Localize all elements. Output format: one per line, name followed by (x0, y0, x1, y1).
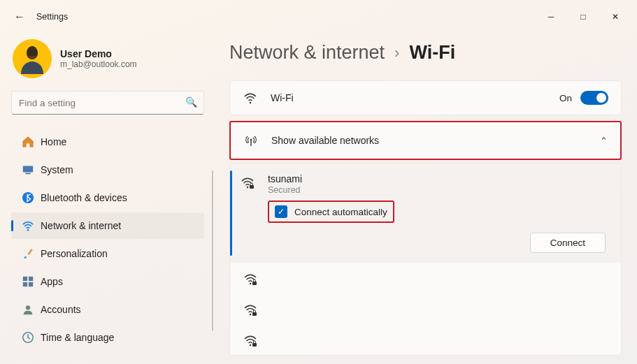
search-input[interactable] (11, 91, 204, 115)
breadcrumb: Network & internet › Wi-Fi (229, 42, 622, 64)
svg-point-20 (250, 344, 251, 346)
sidebar-item-label: Home (41, 136, 66, 147)
svg-point-13 (250, 139, 252, 141)
home-icon (18, 136, 38, 148)
user-name: User Demo (60, 48, 137, 59)
network-name: tsunami (268, 173, 302, 184)
wifi-state: On (559, 93, 572, 103)
sidebar-item-bluetooth[interactable]: Bluetooth & devices (11, 184, 204, 211)
wifi-secure-icon (243, 272, 258, 286)
sidebar-item-label: Personalization (41, 248, 108, 259)
wifi-secure-icon (243, 334, 258, 348)
sidebar-item-network[interactable]: Network & internet (11, 212, 204, 239)
bluetooth-icon (18, 191, 38, 204)
sidebar-item-system[interactable]: System (11, 156, 204, 183)
svg-point-4 (27, 229, 29, 231)
connect-auto-checkbox[interactable]: ✓ (275, 205, 287, 218)
wifi-toggle-card[interactable]: Wi-Fi On (229, 80, 622, 115)
wifi-toggle[interactable] (580, 91, 608, 105)
chevron-right-icon: › (394, 44, 399, 62)
connect-auto-label: Connect automatically (294, 207, 387, 217)
svg-rect-9 (29, 282, 33, 286)
sidebar-item-apps[interactable]: Apps (11, 268, 204, 295)
search-container: 🔍 (11, 91, 204, 115)
svg-point-12 (250, 102, 252, 104)
svg-point-3 (22, 192, 34, 203)
connect-button[interactable]: Connect (530, 233, 606, 253)
svg-point-18 (250, 314, 251, 315)
svg-rect-8 (23, 282, 27, 286)
maximize-button[interactable]: □ (567, 6, 599, 28)
user-email: m_lab@outlook.com (60, 59, 137, 69)
sidebar-item-accounts[interactable]: Accounts (11, 296, 204, 323)
personalization-icon (18, 247, 38, 260)
svg-rect-1 (23, 166, 33, 173)
chevron-up-icon: ⌃ (600, 136, 608, 146)
accounts-icon (18, 303, 38, 316)
wifi-secure-icon (240, 176, 255, 190)
antenna-icon (243, 133, 259, 147)
svg-rect-17 (252, 282, 257, 285)
minimize-button[interactable]: ─ (535, 6, 567, 28)
sidebar-item-label: Time & language (41, 332, 114, 343)
svg-rect-19 (252, 312, 257, 316)
sidebar-item-label: Network & internet (41, 220, 121, 231)
highlight-connect-auto: ✓ Connect automatically (268, 201, 394, 223)
network-security: Secured (268, 185, 302, 195)
sidebar-item-label: Accounts (41, 304, 81, 315)
time-icon (18, 331, 38, 344)
sidebar-item-time[interactable]: Time & language (11, 324, 204, 351)
svg-rect-21 (252, 343, 257, 347)
nav: Home System Bluetooth & devices Network … (11, 129, 204, 351)
page-title: Wi-Fi (409, 42, 455, 64)
show-networks-row[interactable]: Show available networks ⌃ (231, 122, 620, 159)
close-button[interactable]: ✕ (599, 6, 631, 28)
search-icon: 🔍 (185, 96, 197, 108)
wifi-icon (243, 91, 258, 105)
svg-point-14 (247, 187, 248, 188)
show-networks-label: Show available networks (271, 135, 379, 146)
sidebar-scrollbar[interactable] (212, 170, 213, 331)
svg-rect-2 (25, 173, 30, 175)
apps-icon (18, 275, 38, 288)
network-icon (18, 219, 38, 232)
network-item[interactable] (230, 324, 621, 355)
sidebar-item-personalization[interactable]: Personalization (11, 240, 204, 267)
back-button[interactable]: ← (6, 10, 34, 23)
network-item[interactable] (230, 293, 621, 324)
highlight-show-networks: Show available networks ⌃ (229, 121, 622, 160)
window-title: Settings (36, 12, 68, 22)
sidebar-item-label: System (41, 164, 73, 175)
svg-rect-6 (23, 277, 27, 281)
network-item-selected[interactable]: tsunami Secured ✓ Connect automatically … (230, 163, 621, 263)
sidebar-item-label: Apps (41, 276, 63, 287)
avatar (13, 39, 52, 78)
sidebar-item-label: Bluetooth & devices (41, 192, 127, 203)
wifi-secure-icon (243, 303, 258, 317)
wifi-card-title: Wi-Fi (271, 92, 294, 103)
svg-point-16 (250, 283, 251, 284)
svg-rect-7 (29, 277, 33, 281)
network-item[interactable] (230, 263, 621, 293)
svg-point-10 (26, 305, 30, 310)
networks-list: tsunami Secured ✓ Connect automatically … (229, 163, 622, 356)
sidebar-item-home[interactable]: Home (11, 129, 204, 155)
svg-rect-5 (27, 249, 32, 255)
user-profile[interactable]: User Demo m_lab@outlook.com (13, 39, 204, 78)
system-icon (18, 163, 38, 176)
svg-rect-15 (250, 185, 254, 189)
breadcrumb-parent[interactable]: Network & internet (229, 42, 385, 64)
content-panel: Network & internet › Wi-Fi Wi-Fi On Show… (215, 34, 637, 364)
titlebar: ← Settings ─ □ ✕ (0, 0, 637, 34)
sidebar: User Demo m_lab@outlook.com 🔍 Home Syste… (0, 34, 215, 364)
